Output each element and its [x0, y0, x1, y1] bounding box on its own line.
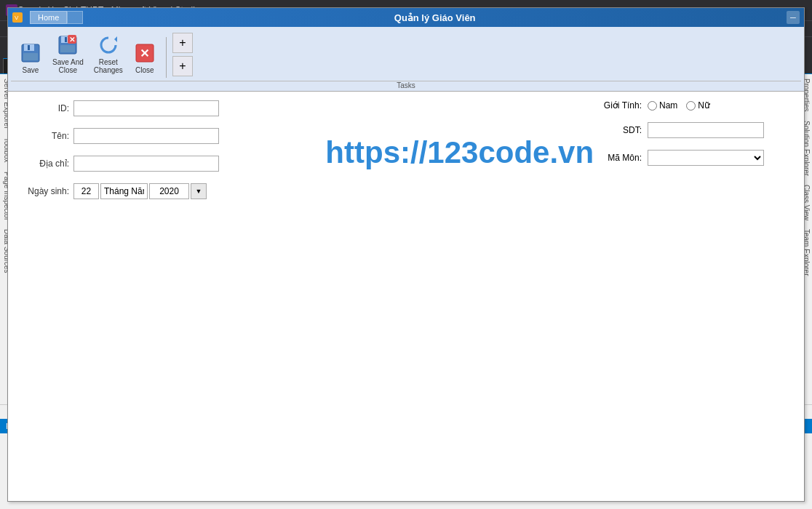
gender-label: Giới Tính:	[593, 100, 595, 111]
dob-row: Ngày sinh: ▼	[23, 183, 595, 199]
form-body: https://123code.vn ID: Tên: Địa chỉ:	[13, 92, 595, 214]
ribbon-add-button2[interactable]: +	[172, 74, 193, 76]
name-row: Tên:	[23, 128, 595, 144]
id-label: ID:	[23, 103, 73, 113]
ribbon: Save ✕	[13, 74, 595, 92]
subject-label: Mã Môn:	[593, 153, 595, 163]
form-window: V Home Quản lý Giáo Viên ─	[13, 74, 595, 361]
close-ribbon-button[interactable]: ✕ Close	[128, 74, 162, 78]
date-month-input[interactable]	[100, 183, 148, 199]
gender-row: Giới Tính: Nam Nữ	[593, 100, 595, 111]
address-label: Địa chỉ:	[23, 159, 73, 169]
date-picker-button[interactable]: ▼	[191, 183, 207, 199]
ribbon-content: Save ✕	[13, 74, 595, 81]
address-row: Địa chỉ:	[23, 156, 595, 172]
id-row: ID:	[23, 100, 595, 116]
designer-center: V Home Quản lý Giáo Viên ─	[13, 74, 595, 404]
name-label: Tên:	[23, 131, 73, 141]
phone-label: SDT:	[593, 125, 595, 135]
left-fields: ID: Tên: Địa chỉ: Ngày sinh:	[23, 100, 595, 205]
id-input[interactable]	[73, 100, 219, 116]
ribbon-add-group: + +	[171, 74, 194, 78]
content-area: Server Explorer Toolbox Page Inspector D…	[0, 74, 812, 404]
ribbon-group-label: Tasks	[13, 81, 595, 91]
right-fields: Giới Tính: Nam Nữ SDT:	[593, 100, 595, 172]
address-input[interactable]	[73, 156, 219, 172]
phone-row: SDT:	[593, 122, 595, 138]
date-year-input[interactable]	[149, 183, 189, 199]
subject-row: Mã Môn:	[593, 150, 595, 166]
reset-ribbon-button[interactable]: ResetChanges	[89, 74, 128, 78]
name-input[interactable]	[73, 128, 219, 144]
dob-label: Ngày sinh:	[23, 186, 73, 196]
save-ribbon-button[interactable]: Save	[14, 74, 47, 78]
ribbon-sep	[166, 74, 167, 78]
save-close-ribbon-button[interactable]: ✕ Save AndClose	[47, 74, 89, 78]
date-inputs: ▼	[73, 183, 207, 199]
designer-wrapper: V Home Quản lý Giáo Viên ─	[13, 74, 595, 361]
date-day-input[interactable]	[73, 183, 99, 199]
